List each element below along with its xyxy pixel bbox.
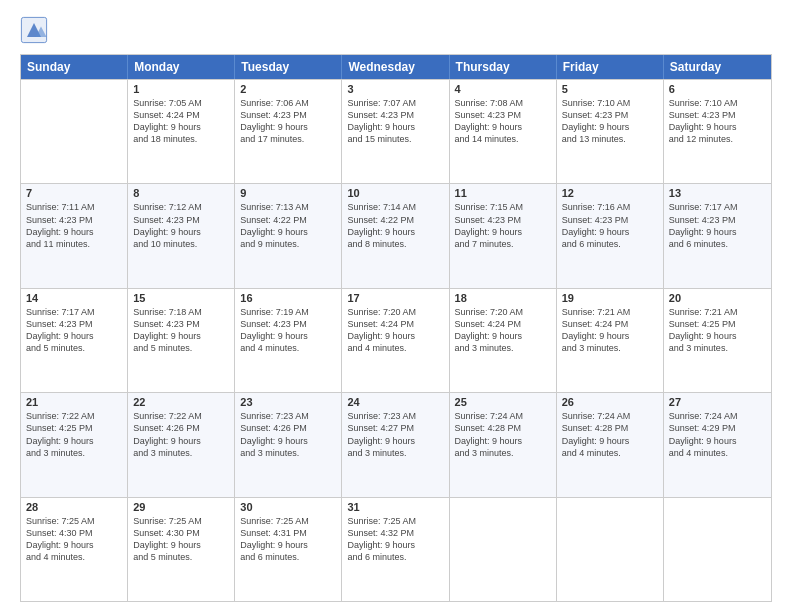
day-number: 26 (562, 396, 658, 408)
day-number: 11 (455, 187, 551, 199)
day-number: 3 (347, 83, 443, 95)
header-day-tuesday: Tuesday (235, 55, 342, 79)
day-number: 23 (240, 396, 336, 408)
logo-icon (20, 16, 48, 44)
cell-info: Sunrise: 7:20 AM Sunset: 4:24 PM Dayligh… (347, 306, 443, 355)
cal-cell-r2-c4: 18Sunrise: 7:20 AM Sunset: 4:24 PM Dayli… (450, 289, 557, 392)
cell-info: Sunrise: 7:25 AM Sunset: 4:31 PM Dayligh… (240, 515, 336, 564)
cell-info: Sunrise: 7:24 AM Sunset: 4:28 PM Dayligh… (562, 410, 658, 459)
cell-info: Sunrise: 7:10 AM Sunset: 4:23 PM Dayligh… (562, 97, 658, 146)
cal-cell-r2-c1: 15Sunrise: 7:18 AM Sunset: 4:23 PM Dayli… (128, 289, 235, 392)
day-number: 1 (133, 83, 229, 95)
cal-cell-r2-c3: 17Sunrise: 7:20 AM Sunset: 4:24 PM Dayli… (342, 289, 449, 392)
cal-cell-r3-c1: 22Sunrise: 7:22 AM Sunset: 4:26 PM Dayli… (128, 393, 235, 496)
cell-info: Sunrise: 7:25 AM Sunset: 4:30 PM Dayligh… (26, 515, 122, 564)
cal-cell-r4-c1: 29Sunrise: 7:25 AM Sunset: 4:30 PM Dayli… (128, 498, 235, 601)
cell-info: Sunrise: 7:23 AM Sunset: 4:27 PM Dayligh… (347, 410, 443, 459)
cal-cell-r0-c4: 4Sunrise: 7:08 AM Sunset: 4:23 PM Daylig… (450, 80, 557, 183)
cell-info: Sunrise: 7:21 AM Sunset: 4:24 PM Dayligh… (562, 306, 658, 355)
cal-cell-r0-c2: 2Sunrise: 7:06 AM Sunset: 4:23 PM Daylig… (235, 80, 342, 183)
calendar-row-2: 14Sunrise: 7:17 AM Sunset: 4:23 PM Dayli… (21, 288, 771, 392)
day-number: 16 (240, 292, 336, 304)
cal-cell-r4-c6 (664, 498, 771, 601)
cal-cell-r0-c3: 3Sunrise: 7:07 AM Sunset: 4:23 PM Daylig… (342, 80, 449, 183)
cell-info: Sunrise: 7:22 AM Sunset: 4:26 PM Dayligh… (133, 410, 229, 459)
calendar-row-0: 1Sunrise: 7:05 AM Sunset: 4:24 PM Daylig… (21, 79, 771, 183)
day-number: 12 (562, 187, 658, 199)
day-number: 7 (26, 187, 122, 199)
cal-cell-r0-c1: 1Sunrise: 7:05 AM Sunset: 4:24 PM Daylig… (128, 80, 235, 183)
logo (20, 16, 52, 44)
page: SundayMondayTuesdayWednesdayThursdayFrid… (0, 0, 792, 612)
cal-cell-r3-c4: 25Sunrise: 7:24 AM Sunset: 4:28 PM Dayli… (450, 393, 557, 496)
calendar-row-4: 28Sunrise: 7:25 AM Sunset: 4:30 PM Dayli… (21, 497, 771, 601)
day-number: 10 (347, 187, 443, 199)
cell-info: Sunrise: 7:24 AM Sunset: 4:29 PM Dayligh… (669, 410, 766, 459)
cell-info: Sunrise: 7:05 AM Sunset: 4:24 PM Dayligh… (133, 97, 229, 146)
day-number: 9 (240, 187, 336, 199)
cell-info: Sunrise: 7:20 AM Sunset: 4:24 PM Dayligh… (455, 306, 551, 355)
cell-info: Sunrise: 7:14 AM Sunset: 4:22 PM Dayligh… (347, 201, 443, 250)
cal-cell-r4-c0: 28Sunrise: 7:25 AM Sunset: 4:30 PM Dayli… (21, 498, 128, 601)
cal-cell-r2-c2: 16Sunrise: 7:19 AM Sunset: 4:23 PM Dayli… (235, 289, 342, 392)
day-number: 22 (133, 396, 229, 408)
header-day-thursday: Thursday (450, 55, 557, 79)
calendar: SundayMondayTuesdayWednesdayThursdayFrid… (20, 54, 772, 602)
day-number: 14 (26, 292, 122, 304)
cal-cell-r2-c5: 19Sunrise: 7:21 AM Sunset: 4:24 PM Dayli… (557, 289, 664, 392)
calendar-row-1: 7Sunrise: 7:11 AM Sunset: 4:23 PM Daylig… (21, 183, 771, 287)
day-number: 20 (669, 292, 766, 304)
day-number: 15 (133, 292, 229, 304)
cell-info: Sunrise: 7:12 AM Sunset: 4:23 PM Dayligh… (133, 201, 229, 250)
cal-cell-r2-c6: 20Sunrise: 7:21 AM Sunset: 4:25 PM Dayli… (664, 289, 771, 392)
cal-cell-r1-c6: 13Sunrise: 7:17 AM Sunset: 4:23 PM Dayli… (664, 184, 771, 287)
cal-cell-r4-c2: 30Sunrise: 7:25 AM Sunset: 4:31 PM Dayli… (235, 498, 342, 601)
day-number: 18 (455, 292, 551, 304)
cell-info: Sunrise: 7:16 AM Sunset: 4:23 PM Dayligh… (562, 201, 658, 250)
day-number: 28 (26, 501, 122, 513)
cell-info: Sunrise: 7:19 AM Sunset: 4:23 PM Dayligh… (240, 306, 336, 355)
cell-info: Sunrise: 7:06 AM Sunset: 4:23 PM Dayligh… (240, 97, 336, 146)
cell-info: Sunrise: 7:13 AM Sunset: 4:22 PM Dayligh… (240, 201, 336, 250)
header-day-friday: Friday (557, 55, 664, 79)
header-day-sunday: Sunday (21, 55, 128, 79)
cal-cell-r1-c2: 9Sunrise: 7:13 AM Sunset: 4:22 PM Daylig… (235, 184, 342, 287)
cal-cell-r3-c2: 23Sunrise: 7:23 AM Sunset: 4:26 PM Dayli… (235, 393, 342, 496)
cell-info: Sunrise: 7:11 AM Sunset: 4:23 PM Dayligh… (26, 201, 122, 250)
day-number: 19 (562, 292, 658, 304)
day-number: 2 (240, 83, 336, 95)
cal-cell-r4-c3: 31Sunrise: 7:25 AM Sunset: 4:32 PM Dayli… (342, 498, 449, 601)
calendar-row-3: 21Sunrise: 7:22 AM Sunset: 4:25 PM Dayli… (21, 392, 771, 496)
day-number: 8 (133, 187, 229, 199)
cal-cell-r0-c5: 5Sunrise: 7:10 AM Sunset: 4:23 PM Daylig… (557, 80, 664, 183)
cell-info: Sunrise: 7:23 AM Sunset: 4:26 PM Dayligh… (240, 410, 336, 459)
cal-cell-r1-c4: 11Sunrise: 7:15 AM Sunset: 4:23 PM Dayli… (450, 184, 557, 287)
header (20, 16, 772, 44)
cal-cell-r3-c5: 26Sunrise: 7:24 AM Sunset: 4:28 PM Dayli… (557, 393, 664, 496)
cell-info: Sunrise: 7:25 AM Sunset: 4:32 PM Dayligh… (347, 515, 443, 564)
cal-cell-r3-c6: 27Sunrise: 7:24 AM Sunset: 4:29 PM Dayli… (664, 393, 771, 496)
cal-cell-r4-c4 (450, 498, 557, 601)
cell-info: Sunrise: 7:15 AM Sunset: 4:23 PM Dayligh… (455, 201, 551, 250)
cell-info: Sunrise: 7:17 AM Sunset: 4:23 PM Dayligh… (26, 306, 122, 355)
cal-cell-r1-c1: 8Sunrise: 7:12 AM Sunset: 4:23 PM Daylig… (128, 184, 235, 287)
day-number: 4 (455, 83, 551, 95)
cal-cell-r1-c0: 7Sunrise: 7:11 AM Sunset: 4:23 PM Daylig… (21, 184, 128, 287)
header-day-saturday: Saturday (664, 55, 771, 79)
cal-cell-r1-c3: 10Sunrise: 7:14 AM Sunset: 4:22 PM Dayli… (342, 184, 449, 287)
cal-cell-r0-c6: 6Sunrise: 7:10 AM Sunset: 4:23 PM Daylig… (664, 80, 771, 183)
day-number: 31 (347, 501, 443, 513)
cal-cell-r0-c0 (21, 80, 128, 183)
header-day-wednesday: Wednesday (342, 55, 449, 79)
day-number: 6 (669, 83, 766, 95)
cell-info: Sunrise: 7:21 AM Sunset: 4:25 PM Dayligh… (669, 306, 766, 355)
cal-cell-r3-c0: 21Sunrise: 7:22 AM Sunset: 4:25 PM Dayli… (21, 393, 128, 496)
cell-info: Sunrise: 7:07 AM Sunset: 4:23 PM Dayligh… (347, 97, 443, 146)
day-number: 25 (455, 396, 551, 408)
cal-cell-r1-c5: 12Sunrise: 7:16 AM Sunset: 4:23 PM Dayli… (557, 184, 664, 287)
day-number: 30 (240, 501, 336, 513)
cell-info: Sunrise: 7:10 AM Sunset: 4:23 PM Dayligh… (669, 97, 766, 146)
day-number: 24 (347, 396, 443, 408)
cell-info: Sunrise: 7:08 AM Sunset: 4:23 PM Dayligh… (455, 97, 551, 146)
cal-cell-r2-c0: 14Sunrise: 7:17 AM Sunset: 4:23 PM Dayli… (21, 289, 128, 392)
